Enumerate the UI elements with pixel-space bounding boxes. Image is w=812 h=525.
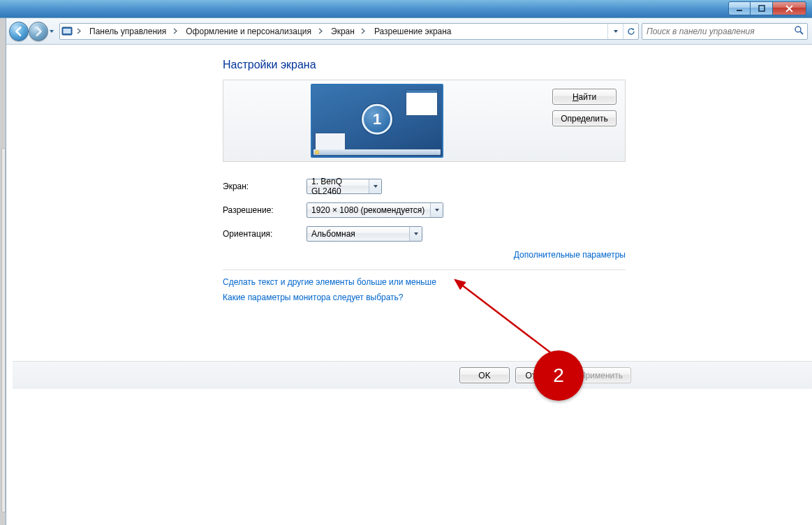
- svg-rect-0: [737, 10, 742, 11]
- close-button[interactable]: [773, 1, 806, 15]
- minimize-button[interactable]: [728, 1, 751, 15]
- orientation-select-value: Альбомная: [311, 229, 355, 239]
- svg-rect-1: [759, 6, 765, 11]
- screen-label: Экран:: [223, 182, 307, 191]
- preview-taskbar: [313, 149, 441, 155]
- separator: [223, 269, 626, 270]
- search-input[interactable]: [645, 26, 794, 37]
- help-which-settings-link[interactable]: Какие параметры монитора следует выбрать…: [223, 293, 812, 302]
- chevron-right-icon[interactable]: [359, 24, 369, 39]
- chevron-right-icon[interactable]: [170, 24, 180, 39]
- search-box[interactable]: [642, 23, 808, 40]
- breadcrumb: Панель управления Оформление и персонали…: [59, 23, 639, 40]
- svg-point-4: [795, 27, 801, 32]
- find-button[interactable]: Найти: [552, 89, 617, 105]
- preview-window-icon: [406, 89, 438, 116]
- svg-rect-3: [64, 29, 71, 34]
- resolution-select[interactable]: 1920 × 1080 (рекомендуется): [307, 202, 443, 218]
- orientation-select[interactable]: Альбомная: [307, 226, 422, 242]
- chevron-down-icon: [369, 179, 381, 193]
- monitor-number-badge: 1: [362, 104, 392, 135]
- screen-select[interactable]: 1. BenQ GL2460: [307, 179, 382, 194]
- chevron-down-icon: [430, 203, 443, 217]
- chevron-down-icon: [409, 227, 422, 241]
- change-text-size-link[interactable]: Сделать текст и другие элементы больше и…: [223, 277, 812, 287]
- ok-button[interactable]: OK: [459, 367, 510, 383]
- breadcrumb-segment-control-panel[interactable]: Панель управления: [84, 24, 170, 39]
- screen-select-value: 1. BenQ GL2460: [311, 177, 367, 196]
- page-title: Настройки экрана: [223, 59, 812, 71]
- nav-history-dropdown[interactable]: [47, 24, 57, 39]
- detect-button[interactable]: Определить: [552, 110, 617, 126]
- nav-forward-button[interactable]: [29, 22, 48, 41]
- monitor-identification-area[interactable]: 1 Найти Определить: [223, 80, 626, 162]
- svg-line-5: [800, 31, 803, 34]
- refresh-button[interactable]: [623, 24, 638, 39]
- window-controls: [728, 1, 806, 15]
- window-titlebar[interactable]: [0, 0, 812, 18]
- chevron-right-icon[interactable]: [74, 24, 84, 39]
- explorer-navbar: Панель управления Оформление и персонали…: [6, 18, 812, 45]
- resolution-select-value: 1920 × 1080 (рекомендуется): [311, 205, 425, 215]
- offscreen-window-strip: [0, 15, 6, 525]
- chevron-right-icon[interactable]: [316, 24, 325, 39]
- advanced-settings-link[interactable]: Дополнительные параметры: [514, 250, 626, 260]
- breadcrumb-segment-resolution[interactable]: Разрешение экрана: [369, 24, 456, 39]
- nav-arrows: [9, 22, 57, 41]
- monitor-preview[interactable]: 1: [311, 84, 443, 158]
- maximize-button[interactable]: [751, 1, 773, 15]
- orientation-label: Ориентация:: [223, 229, 307, 239]
- content-area: Настройки экрана 1 Найти Определить Экра…: [6, 45, 812, 525]
- breadcrumb-segment-personalization[interactable]: Оформление и персонализация: [180, 24, 316, 39]
- resolution-label: Разрешение:: [223, 205, 307, 215]
- form-grid: Экран: 1. BenQ GL2460 Разрешение: 1920 ×…: [223, 175, 626, 246]
- breadcrumb-expand-dropdown[interactable]: [607, 24, 623, 39]
- annotation-step-badge: 2: [533, 350, 584, 401]
- nav-back-button[interactable]: [9, 22, 29, 41]
- breadcrumb-segment-display[interactable]: Экран: [325, 24, 359, 39]
- control-panel-icon[interactable]: [60, 24, 74, 38]
- dialog-buttons-bar: OK Отмена Применить: [13, 361, 812, 389]
- search-icon[interactable]: [794, 25, 804, 38]
